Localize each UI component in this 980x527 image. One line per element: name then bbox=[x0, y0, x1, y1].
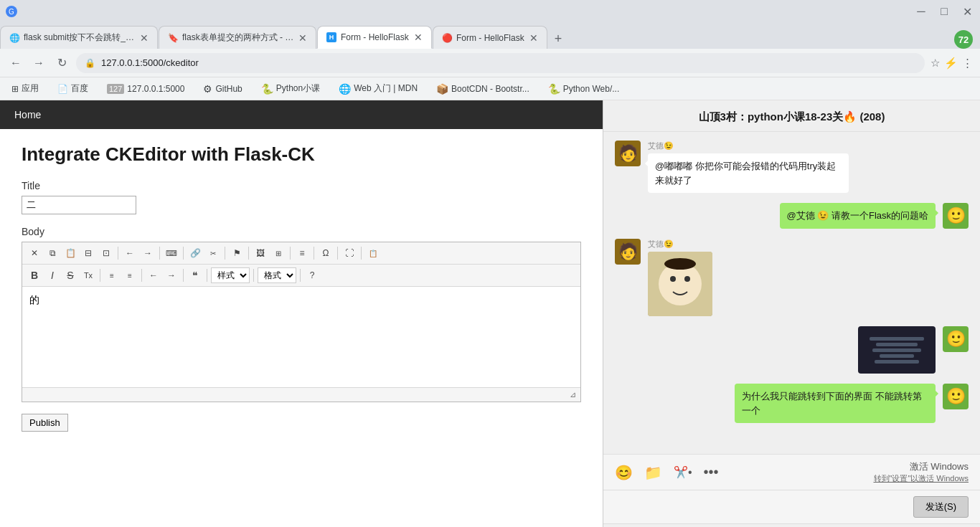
toolbar-link[interactable]: 🔗 bbox=[187, 245, 203, 261]
address-input[interactable]: 🔒 127.0.0.1:5000/ckeditor bbox=[76, 53, 925, 73]
tab-4[interactable]: 🔴 Form - HelloFlask ✕ bbox=[433, 26, 547, 49]
tab-close-4[interactable]: ✕ bbox=[529, 32, 538, 44]
toolbar-source[interactable]: 📋 bbox=[365, 245, 381, 261]
toolbar-ordered-list[interactable]: ≡ bbox=[104, 267, 120, 283]
send-button[interactable]: 发送(S) bbox=[913, 496, 969, 518]
toolbar-blockquote[interactable]: ❝ bbox=[187, 267, 203, 283]
back-button[interactable]: ← bbox=[7, 54, 24, 72]
tab-title-4: Form - HelloFlask bbox=[456, 33, 525, 43]
toolbar-sep-11 bbox=[141, 269, 142, 282]
toolbar-unordered-list[interactable]: ≡ bbox=[122, 267, 138, 283]
toolbar-sep-8 bbox=[337, 247, 338, 260]
tab-3[interactable]: H Form - HelloFlask ✕ bbox=[317, 26, 432, 49]
msg-content-3: 艾德😉 bbox=[648, 239, 712, 316]
bookmark-star-icon[interactable]: ☆ bbox=[930, 57, 940, 70]
extension-icon[interactable]: ⚡ bbox=[944, 57, 958, 70]
message-5: 🙂 为什么我只能跳转到下面的界面 不能跳转第一个 bbox=[615, 384, 969, 423]
publish-button[interactable]: Publish bbox=[22, 414, 68, 432]
toolbar-styles-select[interactable]: 样式 bbox=[211, 267, 250, 283]
minimize-button[interactable]: ─ bbox=[914, 5, 928, 18]
bookmark-localhost[interactable]: 127 127.0.0.1:5000 bbox=[101, 82, 190, 96]
toolbar-image[interactable]: 🖼 bbox=[253, 245, 268, 261]
close-button[interactable]: ✕ bbox=[960, 5, 974, 19]
maximize-button[interactable]: □ bbox=[937, 5, 951, 18]
toolbar-format-select[interactable]: 格式 bbox=[258, 267, 296, 283]
tab-1[interactable]: 🌐 flask submit按下不会跳转_百度... ✕ bbox=[0, 26, 158, 49]
toolbar-cut[interactable]: ✕ bbox=[27, 245, 42, 261]
bookmark-label: 应用 bbox=[22, 82, 39, 95]
msg-sender-1: 艾德😉 bbox=[648, 141, 849, 151]
toolbar-paste[interactable]: 📋 bbox=[62, 245, 78, 261]
toolbar-redo[interactable]: → bbox=[140, 245, 156, 261]
toolbar-bold[interactable]: B bbox=[27, 267, 42, 283]
bookmark-label: 127.0.0.1:5000 bbox=[127, 84, 184, 94]
title-label: Title bbox=[22, 180, 581, 191]
toolbar-find[interactable]: ⌨ bbox=[164, 245, 179, 261]
lock-icon: 🔒 bbox=[85, 58, 95, 68]
toolbar-table[interactable]: ⊞ bbox=[270, 245, 286, 261]
tab-close-3[interactable]: ✕ bbox=[414, 32, 423, 43]
title-bar: G ─ □ ✕ bbox=[0, 0, 980, 23]
toolbar-help[interactable]: ? bbox=[304, 267, 320, 283]
title-form-group: Title bbox=[22, 180, 581, 214]
more-options-icon[interactable]: ⋮ bbox=[962, 57, 973, 70]
toolbar-maximize[interactable]: ⛶ bbox=[341, 245, 357, 261]
bookmark-bootcdn[interactable]: 📦 BootCDN - Bootstr... bbox=[430, 81, 535, 97]
svg-point-2 bbox=[670, 276, 676, 282]
toolbar-sep-10 bbox=[100, 269, 100, 282]
toolbar-italic[interactable]: I bbox=[44, 267, 60, 283]
ckeditor-body[interactable]: 的 bbox=[22, 287, 580, 387]
forward-button[interactable]: → bbox=[30, 54, 47, 72]
toolbar-indent[interactable]: → bbox=[164, 267, 179, 283]
toolbar-undo[interactable]: ← bbox=[122, 245, 138, 261]
title-input[interactable] bbox=[22, 196, 136, 214]
toolbar-copy[interactable]: ⧉ bbox=[44, 245, 60, 261]
toolbar-paste-text[interactable]: ⊟ bbox=[80, 245, 96, 261]
bookmark-baidu[interactable]: 📄 百度 bbox=[52, 80, 94, 97]
activate-windows-hint[interactable]: 转到"设置"以激活 Windows bbox=[874, 473, 969, 484]
toolbar-anchor[interactable]: ⚑ bbox=[229, 245, 245, 261]
bookmark-pythonweb[interactable]: 🐍 Python Web/... bbox=[542, 81, 626, 97]
bookmark-python[interactable]: 🐍 Python小课 bbox=[255, 80, 326, 97]
python-icon: 🐍 bbox=[261, 83, 273, 95]
msg-code-image bbox=[858, 326, 936, 374]
message-1: 🧑 艾德😉 @嘟嘟嘟 你把你可能会报错的代码用try装起来就好了 bbox=[615, 141, 969, 193]
toolbar-align[interactable]: ≡ bbox=[294, 245, 310, 261]
msg-meme-image bbox=[648, 252, 712, 316]
tab-title-2: flask表单提交的两种方式 - 李雷... bbox=[182, 32, 294, 44]
win-activation-area: 激活 Windows 转到"设置"以激活 Windows bbox=[874, 460, 969, 484]
bookmark-github[interactable]: ⚙ GitHub bbox=[197, 81, 248, 97]
folder-icon[interactable]: 📁 bbox=[644, 464, 662, 481]
toolbar-special-char[interactable]: Ω bbox=[318, 245, 334, 261]
toolbar-sep-9 bbox=[361, 247, 362, 260]
scissors-icon[interactable]: ✂️• bbox=[674, 465, 692, 479]
message-2: 🙂 @艾德 😉 请教一个Flask的问题哈 bbox=[615, 203, 969, 229]
more-icon[interactable]: ••• bbox=[704, 464, 719, 480]
bookmark-apps[interactable]: ⊞ 应用 bbox=[6, 80, 44, 97]
avatar-2: 🙂 bbox=[943, 203, 969, 229]
address-bar: ← → ↻ 🔒 127.0.0.1:5000/ckeditor ☆ ⚡ ⋮ bbox=[0, 49, 980, 77]
nav-home[interactable]: Home bbox=[14, 109, 41, 120]
reload-button[interactable]: ↻ bbox=[53, 54, 70, 72]
toolbar-sep-14 bbox=[253, 269, 254, 282]
toolbar-strikethrough[interactable]: S bbox=[62, 267, 78, 283]
toolbar-remove-format[interactable]: Tx bbox=[80, 267, 96, 283]
wechat-input-bar: 发送(S) bbox=[603, 490, 980, 523]
resize-handle[interactable]: ⊿ bbox=[570, 390, 576, 399]
tab-close-1[interactable]: ✕ bbox=[140, 32, 149, 44]
ckeditor: ✕ ⧉ 📋 ⊟ ⊡ ← → ⌨ 🔗 ✂ ⚑ bbox=[22, 242, 581, 402]
toolbar-unlink[interactable]: ✂ bbox=[205, 245, 221, 261]
tab-close-2[interactable]: ✕ bbox=[298, 32, 307, 44]
bookmark-label: BootCDN - Bootstr... bbox=[451, 84, 529, 94]
toolbar-paste-word[interactable]: ⊡ bbox=[98, 245, 114, 261]
localhost-favicon: 127 bbox=[107, 84, 124, 94]
msg-content-4 bbox=[858, 326, 936, 374]
tab-2[interactable]: 🔖 flask表单提交的两种方式 - 李雷... ✕ bbox=[159, 26, 316, 49]
emoji-icon[interactable]: 😊 bbox=[615, 464, 633, 481]
wechat-footer: 😊 📁 ✂️• ••• 激活 Windows 转到"设置"以激活 Windows bbox=[603, 454, 980, 490]
bookmark-mdn[interactable]: 🌐 Web 入门 | MDN bbox=[333, 80, 423, 97]
toolbar-outdent[interactable]: ← bbox=[146, 267, 161, 283]
new-tab-button[interactable]: + bbox=[548, 29, 568, 49]
avatar-3: 🧑 bbox=[615, 239, 641, 265]
page-title: Integrate CKEditor with Flask-CK bbox=[22, 143, 581, 166]
